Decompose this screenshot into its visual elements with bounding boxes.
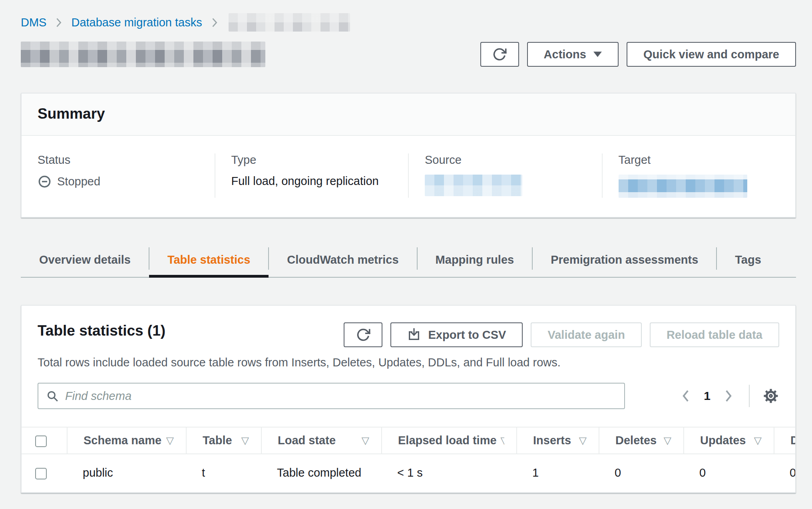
summary-panel-header: Summary [22, 93, 795, 136]
tab-premigration-assessments[interactable]: Premigration assessments [532, 243, 716, 277]
page-header: Actions Quick view and compare [21, 42, 796, 67]
tab-table-statistics[interactable]: Table statistics [149, 243, 269, 277]
column-header-load-state[interactable]: Load state [278, 434, 336, 447]
search-input[interactable] [65, 390, 616, 403]
previous-page-button[interactable] [678, 386, 693, 406]
summary-body: Status Stopped Type Full load, ongoing r… [22, 136, 795, 217]
breadcrumb-link-dms[interactable]: DMS [21, 16, 46, 29]
refresh-icon [492, 47, 507, 62]
table-statistics-panel: Table statistics (1) [21, 305, 796, 493]
table-row: public t Table completed < 1 s 1 0 0 0 [22, 454, 796, 492]
redacted-target-endpoint[interactable] [619, 175, 747, 198]
summary-field-source: Source [408, 153, 602, 198]
table-statistics-title: Table statistics (1) [38, 322, 165, 339]
breadcrumb: DMS Database migration tasks [21, 14, 796, 31]
summary-title: Summary [38, 105, 779, 122]
row-checkbox[interactable] [35, 468, 47, 479]
status-value: Stopped [38, 175, 199, 189]
column-header-updates[interactable]: Updates [700, 434, 746, 447]
summary-field-status: Status Stopped [22, 153, 215, 198]
summary-field-type: Type Full load, ongoing replication [215, 153, 408, 198]
column-header-elapsed-load-time[interactable]: Elapsed load time [398, 434, 497, 447]
cell-table: t [186, 454, 261, 492]
header-toolbar: Actions Quick view and compare [480, 42, 796, 67]
task-detail-tabs: Overview details Table statistics CloudW… [21, 243, 796, 278]
column-header-table[interactable]: Table [203, 434, 232, 447]
redacted-task-name [229, 13, 350, 32]
sort-icon[interactable]: ▽ [501, 435, 504, 446]
redacted-page-title [21, 42, 265, 67]
cell-updates: 0 [683, 454, 774, 492]
download-icon [407, 328, 421, 342]
redacted-source-endpoint[interactable] [425, 175, 522, 196]
column-header-deletes[interactable]: Deletes [615, 434, 657, 447]
target-label: Target [619, 153, 780, 167]
cell-deletes: 0 [599, 454, 683, 492]
sort-icon[interactable]: ▽ [579, 435, 587, 446]
summary-panel: Summary Status Stopped Type Full load, o… [21, 93, 796, 218]
tab-cloudwatch-metrics[interactable]: CloudWatch metrics [269, 243, 417, 277]
validate-again-label: Validate again [547, 328, 625, 342]
search-icon [46, 390, 59, 402]
cell-schema-name: public [67, 454, 186, 492]
sort-icon[interactable]: ▽ [754, 435, 762, 446]
sort-icon[interactable]: ▽ [362, 435, 369, 446]
quick-view-compare-button[interactable]: Quick view and compare [627, 42, 796, 67]
cell-load-state: Table completed [261, 454, 381, 492]
type-value: Full load, ongoing replication [231, 175, 392, 188]
cell-ddls: 0 [774, 454, 796, 492]
chevron-right-icon [55, 17, 62, 28]
column-header-schema-name[interactable]: Schema name [84, 434, 161, 447]
dms-task-page: DMS Database migration tasks Actions [0, 0, 812, 493]
actions-button[interactable]: Actions [527, 42, 619, 67]
validate-again-button[interactable]: Validate again [531, 322, 641, 347]
source-label: Source [425, 153, 586, 167]
tab-tags[interactable]: Tags [716, 243, 780, 277]
stopped-status-icon [38, 175, 52, 189]
reload-table-data-button[interactable]: Reload table data [650, 322, 779, 347]
breadcrumb-link-tasks[interactable]: Database migration tasks [71, 16, 202, 29]
table-header-row: Schema name ▽ Table ▽ Load state ▽ Elaps… [22, 427, 796, 454]
table-statistics-description: Total rows include loaded source table r… [22, 347, 795, 369]
reload-table-data-label: Reload table data [667, 328, 762, 342]
status-label: Status [38, 153, 199, 167]
table-filter-row: 1 [22, 369, 795, 409]
pagination-divider [749, 385, 750, 407]
column-header-inserts[interactable]: Inserts [533, 434, 571, 447]
sort-icon[interactable]: ▽ [664, 435, 671, 446]
caret-down-icon [593, 52, 602, 57]
next-page-button[interactable] [721, 386, 736, 406]
refresh-button[interactable] [480, 42, 519, 67]
tab-overview-details[interactable]: Overview details [21, 243, 149, 277]
export-csv-label: Export to CSV [428, 328, 506, 342]
table-statistics-table: Schema name ▽ Table ▽ Load state ▽ Elaps… [22, 427, 796, 492]
summary-field-target: Target [602, 153, 796, 198]
sort-icon[interactable]: ▽ [166, 435, 174, 446]
actions-button-label: Actions [544, 48, 586, 61]
refresh-icon [356, 328, 370, 342]
table-refresh-button[interactable] [344, 322, 382, 347]
table-settings-gear-icon[interactable] [762, 388, 779, 404]
tab-mapping-rules[interactable]: Mapping rules [417, 243, 533, 277]
table-statistics-header: Table statistics (1) [22, 306, 795, 347]
type-label: Type [231, 153, 392, 167]
status-text: Stopped [57, 175, 100, 188]
cell-elapsed-load-time: < 1 s [381, 454, 516, 492]
export-csv-button[interactable]: Export to CSV [390, 322, 523, 347]
chevron-right-icon [211, 17, 218, 28]
quick-view-compare-label: Quick view and compare [643, 48, 779, 61]
current-page-number[interactable]: 1 [697, 389, 717, 403]
table-statistics-toolbar: Export to CSV Validate again Reload tabl… [344, 322, 779, 347]
schema-search-box [38, 383, 625, 409]
sort-icon[interactable]: ▽ [241, 435, 249, 446]
pagination: 1 [678, 385, 779, 407]
column-header-ddls[interactable]: DDLs [790, 434, 796, 447]
cell-inserts: 1 [516, 454, 599, 492]
select-all-checkbox[interactable] [35, 435, 47, 447]
